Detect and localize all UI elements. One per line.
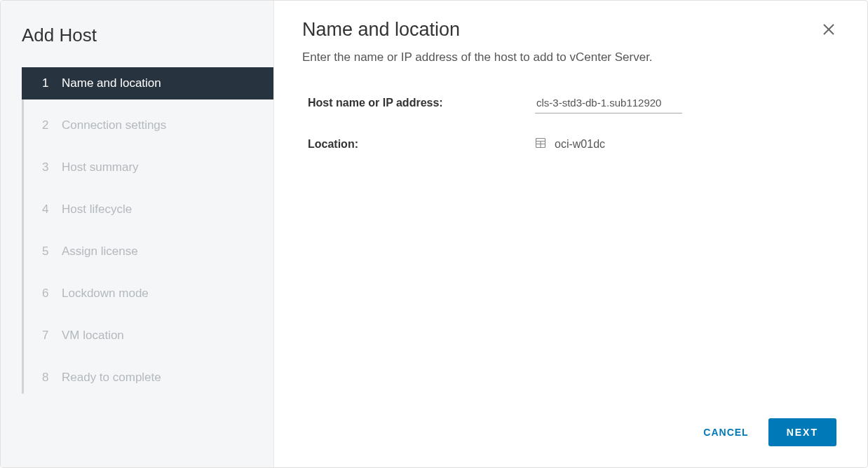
step-label: VM location: [62, 329, 124, 343]
step-number: 5: [42, 245, 55, 259]
host-name-label: Host name or IP address:: [308, 97, 535, 109]
step-connection-settings[interactable]: 2 Connection settings: [24, 109, 273, 142]
step-ready-to-complete[interactable]: 8 Ready to complete: [24, 362, 273, 394]
step-number: 8: [42, 371, 55, 385]
location-value-container: oci-w01dc: [535, 137, 605, 151]
page-title: Name and location: [302, 19, 460, 41]
step-number: 3: [42, 160, 55, 174]
next-button[interactable]: NEXT: [768, 418, 836, 446]
step-label: Host lifecycle: [62, 202, 132, 216]
wizard-steps: 1 Name and location 2 Connection setting…: [22, 67, 273, 394]
step-number: 6: [42, 287, 55, 301]
step-label: Host summary: [62, 160, 139, 174]
step-label: Assign license: [62, 245, 138, 259]
page-description: Enter the name or IP address of the host…: [302, 50, 839, 64]
host-name-input[interactable]: [535, 92, 682, 113]
datacenter-icon: [535, 137, 546, 151]
step-number: 2: [42, 118, 55, 132]
step-number: 7: [42, 329, 55, 343]
step-label: Ready to complete: [62, 371, 161, 385]
step-label: Connection settings: [62, 118, 166, 132]
host-name-row: Host name or IP address:: [302, 92, 839, 113]
step-number: 4: [42, 202, 55, 216]
step-assign-license[interactable]: 5 Assign license: [24, 235, 273, 268]
step-host-lifecycle[interactable]: 4 Host lifecycle: [24, 193, 273, 226]
wizard-title: Add Host: [1, 18, 273, 67]
step-lockdown-mode[interactable]: 6 Lockdown mode: [24, 277, 273, 310]
step-label: Name and location: [62, 76, 161, 90]
main-header: Name and location: [302, 19, 839, 50]
cancel-button[interactable]: CANCEL: [699, 420, 752, 445]
step-host-summary[interactable]: 3 Host summary: [24, 151, 273, 184]
step-label: Lockdown mode: [62, 287, 149, 301]
step-number: 1: [42, 76, 55, 90]
wizard-footer: CANCEL NEXT: [302, 404, 839, 467]
add-host-wizard: Add Host 1 Name and location 2 Connectio…: [0, 0, 868, 468]
wizard-main: Name and location Enter the name or IP a…: [274, 1, 867, 467]
location-label: Location:: [308, 138, 535, 151]
close-icon[interactable]: [818, 19, 839, 42]
location-row: Location: oci-w01dc: [302, 137, 839, 151]
step-name-and-location[interactable]: 1 Name and location: [22, 67, 273, 99]
wizard-sidebar: Add Host 1 Name and location 2 Connectio…: [1, 1, 274, 467]
step-vm-location[interactable]: 7 VM location: [24, 319, 273, 352]
location-value: oci-w01dc: [555, 138, 605, 151]
